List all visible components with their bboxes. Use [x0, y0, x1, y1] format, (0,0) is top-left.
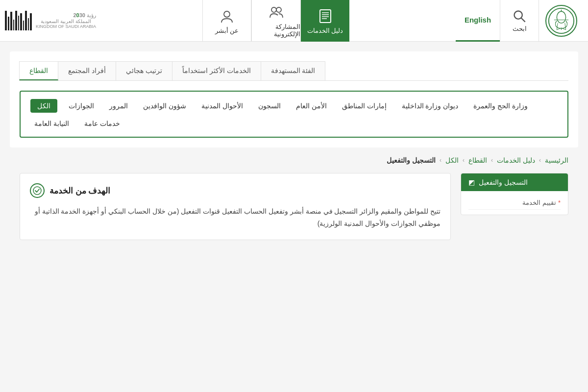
filter-tab-tartib[interactable]: ترتيب هجائي: [116, 61, 172, 80]
category-row-1: وزارة الحج والعمرة ديوان وزارة الداخلية …: [30, 99, 558, 113]
tabs-section: الفئة المستهدفة الخدمات الأكثر استخداماً…: [10, 51, 578, 147]
cat-khadamat[interactable]: خدمات عامة: [80, 118, 124, 129]
header-nav: دليل الخدمات المشاركة الإلكترونية: [202, 0, 349, 42]
vision-country-en: KINGDOM OF SAUDI ARABIA: [36, 24, 96, 29]
service-section: التسجيل والتفعيل ◩ * تقييم الخدمة الهدف …: [10, 173, 578, 250]
service-sidebar-title: التسجيل والتفعيل ◩: [461, 173, 568, 191]
breadcrumb-home[interactable]: الرئيسية: [545, 156, 568, 164]
search-label: ابحث: [513, 25, 527, 32]
service-description: تتيح للمواطن والمقيم والزائر التسجيل في …: [30, 205, 441, 230]
breadcrumb-section: التسجيل والتفعيل › الكل › القطاع › دليل …: [10, 147, 578, 173]
breadcrumb: التسجيل والتفعيل › الكل › القطاع › دليل …: [20, 156, 568, 164]
service-sidebar: التسجيل والتفعيل ◩ * تقييم الخدمة: [461, 173, 568, 215]
category-row-2: خدمات عامة النيابة العامة: [30, 118, 558, 129]
breadcrumb-current: التسجيل والتفعيل: [387, 156, 436, 164]
nav-musharaka-label: المشاركة الإلكترونية: [252, 23, 300, 38]
service-main-title: الهدف من الخدمة: [49, 186, 110, 196]
filter-tab-qita3[interactable]: القطاع: [19, 61, 58, 80]
vision-2030: رؤية 2030 المملكة العربية السعودية KINGD…: [36, 12, 96, 29]
svg-rect-7: [320, 10, 331, 23]
svg-point-13: [276, 7, 281, 12]
nav-daleel-label: دليل الخدمات: [307, 27, 343, 34]
main-header: ابحث English دليل الخدمات: [0, 0, 588, 42]
category-section: وزارة الحج والعمرة ديوان وزارة الداخلية …: [20, 91, 568, 138]
english-button[interactable]: English: [456, 0, 500, 42]
breadcrumb-qita3[interactable]: القطاع: [468, 156, 487, 164]
cat-niyaba[interactable]: النيابة العامة: [30, 118, 73, 129]
breadcrumb-sep-4: ›: [440, 157, 441, 164]
cat-amn[interactable]: الأمن العام: [292, 100, 331, 112]
cat-sujoon[interactable]: السجون: [254, 100, 285, 112]
cat-jawazat[interactable]: الجوازات: [65, 100, 98, 112]
government-logo: [545, 5, 577, 37]
header-left: رؤية 2030 المملكة العربية السعودية KINGD…: [5, 11, 96, 30]
people-icon: [268, 3, 285, 21]
sidebar-sub-label: * تقييم الخدمة: [468, 196, 561, 210]
id-icon: [218, 7, 236, 25]
star-indicator: *: [558, 199, 561, 206]
svg-point-5: [514, 11, 522, 19]
cat-all[interactable]: الكل: [30, 99, 57, 113]
main-content: الفئة المستهدفة الخدمات الأكثر استخداماً…: [0, 42, 588, 260]
cat-diwan[interactable]: ديوان وزارة الداخلية: [398, 100, 463, 112]
breadcrumb-daleel[interactable]: دليل الخدمات: [497, 156, 535, 164]
sidebar-title-icon: ◩: [468, 178, 475, 186]
header-right: ابحث English: [456, 0, 583, 42]
vision-arabic: رؤية 2030: [36, 12, 96, 19]
sidebar-sub-text: تقييم الخدمة: [522, 199, 556, 206]
svg-line-6: [521, 18, 525, 22]
cat-imaraat[interactable]: إمارات المناطق: [338, 100, 391, 112]
svg-point-14: [224, 11, 230, 17]
sidebar-title-text: التسجيل والتفعيل: [479, 178, 528, 186]
barcode-decoration: [5, 11, 32, 30]
filter-tab-akthar[interactable]: الخدمات الأكثر استخداماً: [172, 61, 261, 80]
svg-point-1: [557, 11, 565, 23]
nav-musharaka[interactable]: المشاركة الإلكترونية: [251, 0, 300, 42]
service-main: الهدف من الخدمة تتيح للمواطن والمقيم وال…: [20, 173, 451, 240]
svg-point-12: [271, 7, 276, 12]
nav-absher[interactable]: عن أبشر: [202, 0, 251, 42]
svg-point-15: [33, 187, 41, 195]
cat-ahwal[interactable]: الأحوال المدنية: [197, 100, 247, 112]
breadcrumb-sep-3: ›: [463, 157, 465, 164]
search-button[interactable]: ابحث: [500, 0, 539, 42]
breadcrumb-sep-1: ›: [539, 157, 541, 164]
logo-area: [539, 5, 583, 37]
search-icon: [513, 9, 526, 23]
filter-tab-afrad[interactable]: أفراد المجتمع: [58, 61, 116, 80]
service-sidebar-body: * تقييم الخدمة: [461, 191, 568, 215]
nav-daleel[interactable]: دليل الخدمات: [300, 0, 349, 42]
breadcrumb-sep-2: ›: [491, 157, 493, 164]
filter-tab-fi2a[interactable]: الفئة المستهدفة: [261, 61, 326, 80]
book-icon: [317, 7, 334, 25]
filter-tabs: الفئة المستهدفة الخدمات الأكثر استخداماً…: [20, 61, 568, 81]
nav-absher-label: عن أبشر: [215, 27, 239, 34]
vision-country-ar: المملكة العربية السعودية: [36, 19, 96, 24]
breadcrumb-all[interactable]: الكل: [445, 156, 459, 164]
cat-shu2oon[interactable]: شؤون الوافدين: [139, 100, 190, 112]
cat-muroor[interactable]: المرور: [105, 100, 132, 112]
cat-hajj[interactable]: وزارة الحج والعمرة: [469, 100, 532, 112]
service-title-icon: [30, 183, 45, 198]
service-title-row: الهدف من الخدمة: [30, 183, 441, 198]
